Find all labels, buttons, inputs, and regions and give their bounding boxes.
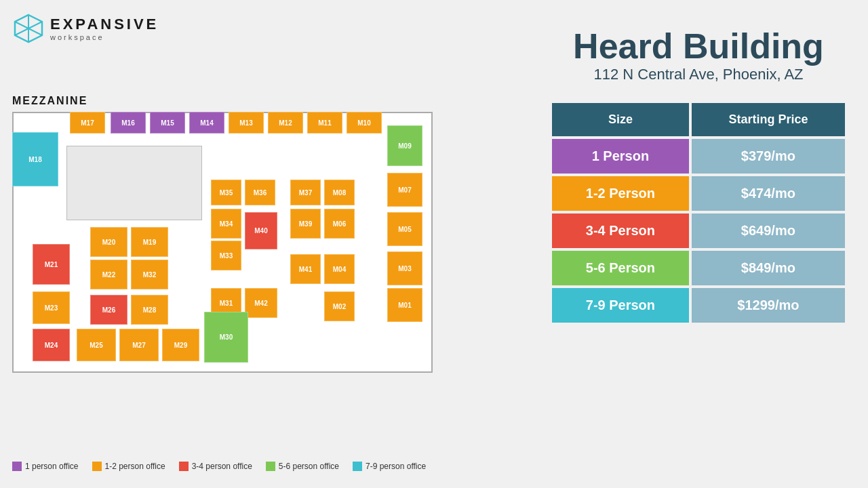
room-m14: M14 — [189, 112, 224, 134]
legend-color-box — [353, 462, 362, 471]
room-m26: M26 — [90, 295, 127, 325]
building-address: 112 N Central Ave, Phoenix, AZ — [549, 66, 848, 83]
legend-color-box — [92, 462, 102, 471]
legend-item: 5-6 person office — [266, 462, 339, 471]
logo-name: EXPANSIVE — [50, 16, 159, 33]
pricing-row: 5-6 Person$849/mo — [552, 251, 845, 285]
legend-label: 3-4 person office — [192, 462, 252, 471]
building-title: Heard Building — [549, 27, 848, 66]
legend-item: 1 person office — [12, 462, 79, 471]
room-m39: M39 — [290, 209, 321, 239]
room-m20: M20 — [90, 227, 127, 257]
legend-label: 1-2 person office — [105, 462, 165, 471]
room-m23: M23 — [33, 291, 70, 324]
room-m02: M02 — [324, 291, 355, 321]
legend-item: 7-9 person office — [353, 462, 426, 471]
room-m22: M22 — [90, 260, 127, 289]
room-m12: M12 — [268, 112, 303, 134]
room-m42: M42 — [245, 288, 277, 318]
room-m24: M24 — [33, 329, 70, 361]
room-m25: M25 — [77, 329, 116, 361]
size-cell: 1-2 Person — [552, 176, 689, 211]
legend-color-box — [266, 462, 275, 471]
price-cell: $474/mo — [692, 176, 845, 211]
legend-label: 7-9 person office — [366, 462, 426, 471]
room-m17: M17 — [70, 112, 105, 134]
legend-color-box — [12, 462, 22, 471]
legend-color-box — [179, 462, 189, 471]
floor-label: MEZZANINE — [12, 95, 87, 107]
room-m34: M34 — [211, 209, 241, 239]
expansive-logo-icon — [12, 12, 45, 45]
room-m21: M21 — [33, 244, 70, 285]
logo-area: EXPANSIVE workspace — [12, 12, 159, 45]
room-m35: M35 — [211, 180, 241, 205]
room-m29: M29 — [162, 329, 199, 361]
legend-label: 1 person office — [25, 462, 79, 471]
room-m37: M37 — [290, 180, 321, 205]
logo-text: EXPANSIVE workspace — [50, 16, 159, 41]
room-m36: M36 — [245, 180, 275, 205]
size-cell: 3-4 Person — [552, 214, 689, 248]
price-cell: $849/mo — [692, 251, 845, 285]
pricing-row: 7-9 Person$1299/mo — [552, 288, 845, 323]
room-m09: M09 — [387, 125, 422, 166]
size-cell: 5-6 Person — [552, 251, 689, 285]
pricing-row: 1-2 Person$474/mo — [552, 176, 845, 211]
room-m27: M27 — [119, 329, 159, 361]
pricing-table: Size Starting Price 1 Person$379/mo1-2 P… — [549, 100, 848, 325]
legend: 1 person office1-2 person office3-4 pers… — [12, 462, 426, 471]
pricing-row: 3-4 Person$649/mo — [552, 214, 845, 248]
price-cell: $1299/mo — [692, 288, 845, 323]
size-cell: 1 Person — [552, 139, 689, 174]
room-m15: M15 — [150, 112, 185, 134]
room-m18: M18 — [12, 132, 58, 186]
logo-subtitle: workspace — [50, 33, 159, 41]
legend-item: 1-2 person office — [92, 462, 165, 471]
legend-item: 3-4 person office — [179, 462, 252, 471]
legend-label: 5-6 person office — [279, 462, 339, 471]
room-m13: M13 — [229, 112, 264, 134]
room-m01: M01 — [387, 288, 422, 322]
size-cell: 7-9 Person — [552, 288, 689, 323]
left-panel: EXPANSIVE workspace MEZZANINE M18M17M16M… — [0, 0, 529, 488]
room-m03: M03 — [387, 251, 422, 285]
floorplan: M18M17M16M15M14M13M12M11M10M09M07M05M03M… — [12, 112, 517, 403]
room-m06: M06 — [324, 209, 355, 239]
room-m32: M32 — [131, 260, 168, 289]
room-m04: M04 — [324, 254, 355, 284]
pricing-row: 1 Person$379/mo — [552, 139, 845, 174]
room-m10: M10 — [347, 112, 382, 134]
room-m07: M07 — [387, 173, 422, 207]
room-m40: M40 — [245, 212, 277, 249]
right-panel: Heard Building 112 N Central Ave, Phoeni… — [529, 0, 868, 488]
room-m08: M08 — [324, 180, 355, 205]
room-m41: M41 — [290, 254, 321, 284]
room-m16: M16 — [111, 112, 146, 134]
price-cell: $649/mo — [692, 214, 845, 248]
room-m19: M19 — [131, 227, 168, 257]
price-cell: $379/mo — [692, 139, 845, 174]
header-size: Size — [552, 103, 689, 136]
room-m30: M30 — [204, 312, 248, 363]
room-m05: M05 — [387, 212, 422, 246]
room-m33: M33 — [211, 241, 241, 270]
header-price: Starting Price — [692, 103, 845, 136]
room-m28: M28 — [131, 295, 168, 325]
room-m11: M11 — [307, 112, 342, 134]
